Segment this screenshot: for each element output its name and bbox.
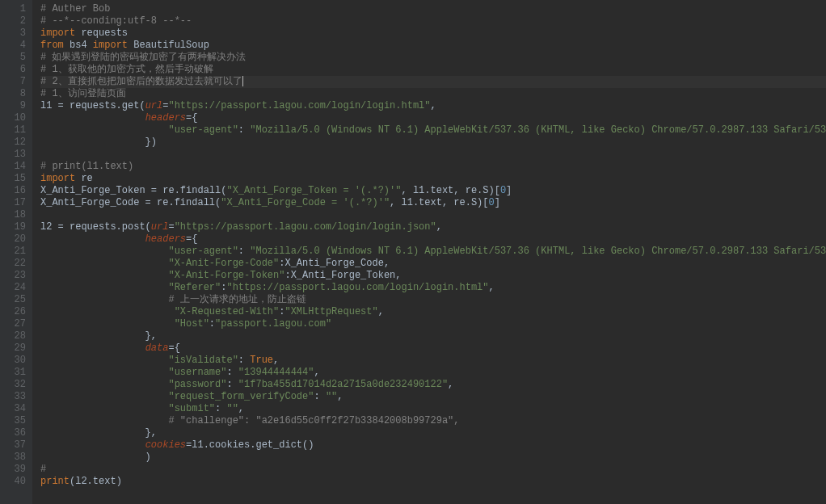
line-number: 26 xyxy=(10,306,26,318)
line-number: 6 xyxy=(10,64,26,76)
line-number: 27 xyxy=(10,318,26,330)
code-line[interactable]: }, xyxy=(40,427,826,439)
line-number: 16 xyxy=(10,185,26,197)
code-line[interactable] xyxy=(40,209,826,221)
code-line[interactable]: "request_form_verifyCode": "", xyxy=(40,391,826,403)
code-line[interactable]: # 1、访问登陆页面 xyxy=(40,88,826,100)
code-line[interactable]: "X-Requested-With":"XMLHttpRequest", xyxy=(40,306,826,318)
line-number: 34 xyxy=(10,403,26,415)
line-number: 35 xyxy=(10,415,26,427)
line-number: 8 xyxy=(10,88,26,100)
code-line[interactable]: import re xyxy=(40,173,826,185)
line-number: 10 xyxy=(10,112,26,124)
line-number: 19 xyxy=(10,221,26,233)
line-number: 38 xyxy=(10,452,26,464)
code-line[interactable]: print(l2.text) xyxy=(40,476,826,488)
line-number: 28 xyxy=(10,330,26,342)
code-line[interactable]: # Auther Bob xyxy=(40,3,826,15)
code-line[interactable]: import requests xyxy=(40,27,826,40)
line-number: 5 xyxy=(10,52,26,64)
code-line[interactable]: l1 = requests.get(url="https://passport.… xyxy=(40,100,826,112)
line-number: 13 xyxy=(10,149,26,161)
code-area[interactable]: # Auther Bob# --*--conding:utf-8 --*--im… xyxy=(32,0,826,504)
line-number: 30 xyxy=(10,355,26,367)
code-line[interactable]: X_Anti_Forge_Code = re.findall("X_Anti_F… xyxy=(40,197,826,209)
code-line[interactable]: # xyxy=(40,464,826,476)
line-number: 14 xyxy=(10,161,26,173)
line-number: 1 xyxy=(10,3,26,15)
code-line[interactable]: "username": "13944444444", xyxy=(40,367,826,379)
line-number: 25 xyxy=(10,294,26,306)
line-number: 24 xyxy=(10,282,26,294)
line-number: 9 xyxy=(10,100,26,112)
line-number: 12 xyxy=(10,136,26,149)
line-number: 29 xyxy=(10,342,26,355)
line-number: 32 xyxy=(10,379,26,391)
code-line[interactable]: cookies=l1.cookies.get_dict() xyxy=(40,439,826,452)
line-number: 3 xyxy=(10,27,26,40)
code-line[interactable]: }) xyxy=(40,136,826,149)
code-line[interactable] xyxy=(40,149,826,161)
code-line[interactable]: data={ xyxy=(40,342,826,355)
code-line[interactable]: from bs4 import BeautifulSoup xyxy=(40,40,826,52)
text-cursor xyxy=(242,76,243,86)
line-number-gutter: 1234567891011121314151617181920212223242… xyxy=(0,0,32,504)
code-line[interactable]: "user-agent": "Mozilla/5.0 (Windows NT 6… xyxy=(40,246,826,258)
line-number: 37 xyxy=(10,439,26,452)
code-line[interactable]: # "challenge": "a2e16d55c0ff2f27b3384200… xyxy=(40,415,826,427)
code-line[interactable]: "isValidate": True, xyxy=(40,355,826,367)
line-number: 23 xyxy=(10,270,26,282)
line-number: 11 xyxy=(10,124,26,136)
line-number: 4 xyxy=(10,40,26,52)
code-line[interactable]: "user-agent": "Mozilla/5.0 (Windows NT 6… xyxy=(40,124,826,136)
line-number: 22 xyxy=(10,258,26,270)
code-line[interactable]: "Referer":"https://passport.lagou.com/lo… xyxy=(40,282,826,294)
code-line[interactable]: "Host":"passport.lagou.com" xyxy=(40,318,826,330)
code-line[interactable]: # 2、直接抓包把加密后的数据发过去就可以了 xyxy=(40,76,826,88)
code-line[interactable]: l2 = requests.post(url="https://passport… xyxy=(40,221,826,233)
code-line[interactable]: # 1、获取他的加密方式，然后手动破解 xyxy=(40,64,826,76)
code-line[interactable]: "password": "1f7ba455d17014d2a2715a0de23… xyxy=(40,379,826,391)
line-number: 17 xyxy=(10,197,26,209)
line-number: 40 xyxy=(10,476,26,488)
code-line[interactable]: headers={ xyxy=(40,233,826,246)
code-editor[interactable]: 1234567891011121314151617181920212223242… xyxy=(0,0,826,504)
line-number: 33 xyxy=(10,391,26,403)
code-line[interactable]: # 上一次请求的地址，防止盗链 xyxy=(40,294,826,306)
code-line[interactable]: "X-Anit-Forge-Token":X_Anti_Forge_Token, xyxy=(40,270,826,282)
code-line[interactable]: "submit": "", xyxy=(40,403,826,415)
line-number: 15 xyxy=(10,173,26,185)
line-number: 39 xyxy=(10,464,26,476)
line-number: 20 xyxy=(10,233,26,246)
line-number: 21 xyxy=(10,246,26,258)
code-line[interactable]: "X-Anit-Forge-Code":X_Anti_Forge_Code, xyxy=(40,258,826,270)
code-line[interactable]: # print(l1.text) xyxy=(40,161,826,173)
line-number: 18 xyxy=(10,209,26,221)
code-line[interactable]: }, xyxy=(40,330,826,342)
code-line[interactable]: ) xyxy=(40,452,826,464)
code-line[interactable]: headers={ xyxy=(40,112,826,124)
line-number: 36 xyxy=(10,427,26,439)
line-number: 7 xyxy=(10,76,26,88)
code-line[interactable]: X_Anti_Forge_Token = re.findall("X_Anti_… xyxy=(40,185,826,197)
code-line[interactable]: # 如果遇到登陆的密码被加密了有两种解决办法 xyxy=(40,52,826,64)
line-number: 31 xyxy=(10,367,26,379)
line-number: 2 xyxy=(10,15,26,27)
code-line[interactable]: # --*--conding:utf-8 --*-- xyxy=(40,15,826,27)
